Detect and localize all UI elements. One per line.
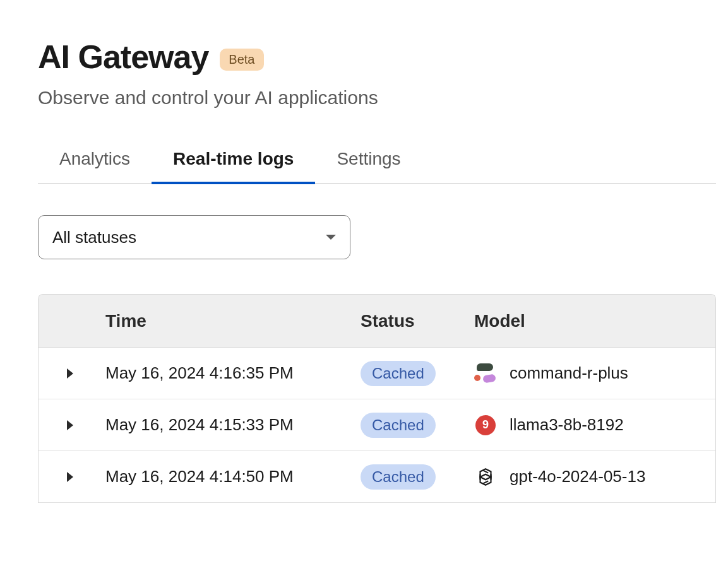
logs-table: Time Status Model May 16, 2024 4:16:35 P… — [38, 294, 716, 503]
status-filter-selected: All statuses — [52, 228, 136, 247]
cell-model: gpt-4o-2024-05-13 — [510, 467, 645, 486]
expand-row-button[interactable] — [39, 472, 102, 482]
status-badge: Cached — [361, 464, 436, 490]
expand-row-button[interactable] — [39, 420, 102, 430]
status-filter-select[interactable]: All statuses — [38, 215, 350, 259]
column-header-time: Time — [102, 311, 361, 331]
status-badge: Cached — [361, 361, 436, 386]
chevron-right-icon — [67, 472, 73, 482]
cell-model: command-r-plus — [510, 363, 628, 383]
column-header-model: Model — [474, 311, 715, 331]
page-subtitle: Observe and control your AI applications — [38, 87, 716, 109]
page-title: AI Gateway — [38, 38, 208, 76]
groq-icon: 9 — [474, 414, 497, 437]
chevron-down-icon — [326, 235, 336, 240]
column-header-status: Status — [361, 311, 474, 331]
cohere-icon — [474, 362, 497, 385]
beta-badge: Beta — [220, 49, 263, 71]
cell-time: May 16, 2024 4:16:35 PM — [102, 363, 361, 383]
expand-row-button[interactable] — [39, 368, 102, 379]
cell-time: May 16, 2024 4:15:33 PM — [102, 415, 361, 435]
tab-real-time-logs[interactable]: Real-time logs — [152, 140, 315, 184]
chevron-right-icon — [67, 368, 73, 379]
tabs-bar: Analytics Real-time logs Settings — [38, 140, 716, 184]
table-row[interactable]: May 16, 2024 4:16:35 PM Cached command-r… — [39, 348, 715, 399]
tab-settings[interactable]: Settings — [315, 140, 422, 184]
table-row[interactable]: May 16, 2024 4:14:50 PM Cached gpt-4o-20… — [39, 451, 715, 503]
status-badge: Cached — [361, 413, 436, 438]
table-row[interactable]: May 16, 2024 4:15:33 PM Cached 9 llama3-… — [39, 399, 715, 451]
cell-time: May 16, 2024 4:14:50 PM — [102, 467, 361, 486]
table-header: Time Status Model — [39, 295, 715, 348]
cell-model: llama3-8b-8192 — [510, 415, 624, 435]
tab-analytics[interactable]: Analytics — [38, 140, 152, 184]
chevron-right-icon — [67, 420, 73, 430]
openai-icon — [474, 466, 497, 488]
